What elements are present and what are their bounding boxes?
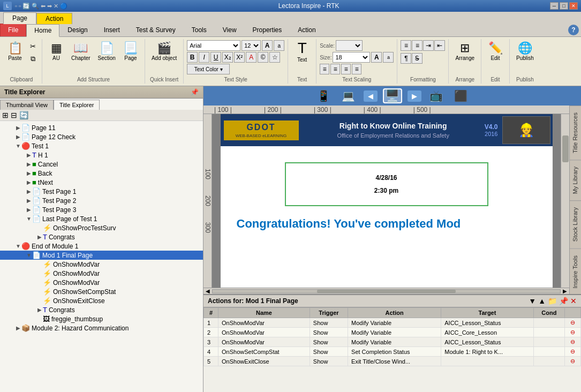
minimize-btn[interactable]: ─ (550, 2, 559, 10)
font-family-select[interactable]: Arial (187, 40, 240, 51)
tab-properties[interactable]: Properties (245, 24, 290, 36)
row3-delete-btn[interactable]: ⊖ (565, 337, 581, 347)
format-btn2[interactable]: ¶ (401, 53, 411, 64)
toggle-test1[interactable]: ▼ (15, 143, 21, 149)
toggle-congrats2[interactable]: ▶ (36, 307, 43, 313)
add-object-button[interactable]: 🎬 Add object (148, 40, 180, 63)
canvas-viewport[interactable]: GDOT WEB-BASED eLEARNING Right to Know O… (212, 114, 561, 288)
tree-item-lastpagetest1[interactable]: ▼ 📄 Last Page of Test 1 (0, 214, 203, 223)
font-size-down-icon[interactable]: a (274, 40, 284, 51)
help-button[interactable]: ? (568, 25, 579, 35)
align-justify-btn[interactable]: ≡ (352, 64, 361, 74)
tree-item-cancel[interactable]: ▶ ■ Cancel (0, 160, 203, 169)
scrollbar-track[interactable] (212, 289, 561, 293)
toggle-testpage1[interactable]: ▶ (26, 189, 32, 194)
device-desktop-btn[interactable]: 🖥️ (383, 88, 402, 103)
copy-button[interactable]: ⧉ (27, 53, 39, 65)
tree-item-freggiethumb[interactable]: 🖼 freggie_thumbsup (0, 314, 203, 323)
tab-test-survey[interactable]: Test & Survey (128, 24, 184, 36)
maximize-btn[interactable]: □ (560, 2, 568, 10)
scroll-right-btn[interactable]: ▶ (561, 288, 569, 294)
tree-item-testpage1[interactable]: ▶ 📄 Test Page 1 (0, 187, 203, 196)
toggle-lastpagetest1[interactable]: ▼ (26, 216, 32, 222)
close-btn[interactable]: ✕ (569, 2, 578, 10)
tab-file[interactable]: File (0, 24, 26, 36)
toggle-tnext[interactable]: ▶ (26, 179, 32, 185)
font-size-up-icon[interactable]: A (262, 40, 273, 51)
list-ul-btn[interactable]: ≡ (401, 40, 411, 51)
toggle-cancel[interactable]: ▶ (26, 161, 32, 167)
outdent-btn[interactable]: ⇤ (434, 40, 445, 51)
font-size-select[interactable]: 12 (242, 40, 261, 51)
canvas-hscrollbar[interactable]: ◀ ▶ (203, 288, 569, 294)
row5-name[interactable]: OnShowExitClose (218, 357, 310, 366)
cut-button[interactable]: ✂ (27, 40, 39, 52)
scroll-left-btn[interactable]: ◀ (203, 288, 212, 294)
row3-name[interactable]: OnShowModVar (218, 337, 310, 347)
toggle-page12check[interactable]: ▶ (15, 134, 21, 140)
toggle-module2[interactable]: ▶ (15, 325, 21, 331)
actions-filter-btn[interactable]: ▼ (529, 297, 536, 305)
tree-item-back[interactable]: ▶ ■ Back (0, 169, 203, 178)
toggle-back[interactable]: ▶ (26, 170, 32, 176)
tree-item-module2[interactable]: ▶ 📦 Module 2: Hazard Communication (0, 323, 203, 333)
align-center-btn[interactable]: ≡ (330, 64, 340, 74)
actions-add-btn[interactable]: 📁 (548, 297, 557, 305)
toggle-page11[interactable]: ▶ (15, 125, 21, 131)
tree-item-onshowmodvar2[interactable]: ⚡ OnShowModVar (0, 269, 203, 278)
size-value-select[interactable]: 18 (333, 52, 370, 63)
scrollbar-thumb[interactable] (317, 290, 456, 293)
row5-delete-btn[interactable]: ⊖ (565, 357, 581, 366)
device-tablet-btn[interactable]: 💻 (339, 88, 358, 103)
row4-delete-btn[interactable]: ⊖ (565, 347, 581, 357)
tab-action[interactable]: Action (290, 24, 323, 36)
align-right-btn[interactable]: ≡ (341, 64, 351, 74)
scale-size-down[interactable]: a (383, 52, 394, 63)
symbol-button[interactable]: © (258, 52, 268, 63)
text-button[interactable]: T Text (291, 40, 313, 63)
italic-button[interactable]: I (199, 52, 209, 63)
tree-item-test1[interactable]: ▼ 🔴 Test 1 (0, 141, 203, 150)
section-button[interactable]: 📄 Section (95, 40, 119, 63)
subscript-button[interactable]: X₂ (222, 52, 233, 63)
tree-item-congrats1[interactable]: ▶ T Congrats (0, 232, 203, 242)
tree-item-testpage2[interactable]: ▶ 📄 Test Page 2 (0, 196, 203, 205)
text-color-button[interactable]: Text Color ▾ (187, 64, 230, 74)
tree-collapse-all-btn[interactable]: ⊟ (11, 111, 17, 119)
tab-design[interactable]: Design (59, 24, 95, 36)
tab-action[interactable]: Action (36, 13, 72, 24)
underline-button[interactable]: U (210, 52, 221, 63)
nav-prev-btn[interactable]: ◀ (364, 91, 378, 102)
arrange-button[interactable]: ⊞ Arrange (452, 40, 478, 63)
tree-item-h1[interactable]: ▶ T H 1 (0, 150, 203, 160)
actions-up-btn[interactable]: ▲ (538, 297, 546, 305)
row1-name[interactable]: OnShowModVar (218, 318, 310, 328)
tree-item-congrats2[interactable]: ▶ T Congrats (0, 305, 203, 314)
close-actions-btn[interactable]: ✕ (570, 297, 577, 305)
tab-insert[interactable]: Insert (96, 24, 128, 36)
row2-delete-btn[interactable]: ⊖ (565, 328, 581, 337)
row2-name[interactable]: OnShowModVar (218, 328, 310, 337)
tree-item-onshowmodvar1[interactable]: ⚡ OnShowModVar (0, 260, 203, 269)
au-button[interactable]: ▦ AU (46, 40, 67, 63)
bold-button[interactable]: B (187, 52, 198, 63)
tab-title-explorer[interactable]: Title Explorer (54, 100, 100, 110)
device-other-btn[interactable]: ⬛ (451, 88, 471, 103)
pin-actions-icon[interactable]: 📌 (559, 297, 568, 305)
highlight-button[interactable]: ☆ (269, 52, 280, 63)
tree-item-onshowsetcompstat[interactable]: ⚡ OnShowSetCompStat (0, 287, 203, 296)
tab-inspire-tools[interactable]: Inspire Tools (570, 248, 581, 294)
device-tv-btn[interactable]: 📺 (427, 88, 446, 103)
font-color-button[interactable]: A (246, 52, 256, 63)
tree-item-onshowmodvar3[interactable]: ⚡ OnShowModVar (0, 278, 203, 287)
tree-item-page12check[interactable]: ▶ 📄 Page 12 Check (0, 132, 203, 141)
tree-item-testpage3[interactable]: ▶ 📄 Test Page 3 (0, 205, 203, 214)
paste-button[interactable]: 📋 Paste (4, 40, 26, 63)
tab-title-resources[interactable]: Title Resources (570, 105, 581, 160)
toggle-endofmodule1[interactable]: ▼ (15, 243, 21, 249)
toggle-mod1finalpage[interactable]: ▼ (26, 252, 32, 258)
scale-size-up[interactable]: A (371, 52, 382, 63)
list-ol-btn[interactable]: ≡ (412, 40, 422, 51)
pin-icon[interactable]: 📌 (191, 88, 199, 96)
device-mobile-btn[interactable]: 📱 (314, 88, 334, 103)
